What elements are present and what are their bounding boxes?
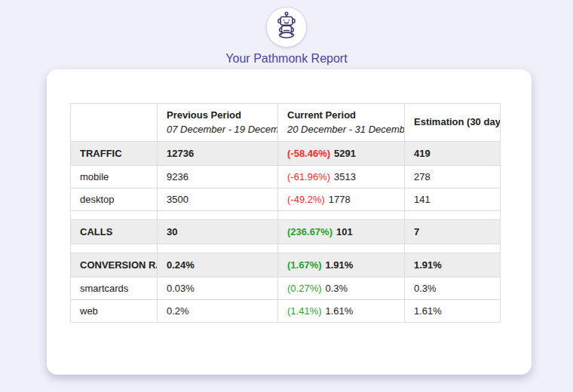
estimation-value: 1.61% (405, 300, 501, 323)
change-percent: (-58.46%) (287, 148, 330, 159)
page-title: Your Pathmonk Report (225, 52, 347, 66)
report-card: Previous Period 07 December - 19 Decembe… (47, 69, 532, 375)
change-percent: (-49.2%) (287, 194, 325, 205)
pathmonk-robot-icon (271, 10, 302, 44)
row-label: smartcards (71, 277, 158, 300)
column-subtitle: 07 December - 19 December (167, 123, 277, 137)
table-row-mobile: mobile 9236 (-61.96%)3513 278 (71, 166, 501, 188)
column-subtitle: 20 December - 31 December (287, 123, 404, 137)
previous-value: 3500 (158, 188, 278, 211)
previous-value: 9236 (158, 166, 278, 188)
table-row-conversion-rate: CONVERSION RATE 0.24% (1.67%)1.91% 1.91% (71, 253, 501, 277)
current-number: 1778 (329, 194, 351, 205)
table-row-smartcards: smartcards 0.03% (0.27%)0.3% 0.3% (71, 277, 501, 300)
previous-value: 0.2% (158, 300, 278, 323)
table-row-desktop: desktop 3500 (-49.2%)1778 141 (71, 188, 501, 211)
current-number: 1.91% (326, 259, 354, 271)
current-number: 5291 (334, 148, 356, 159)
row-label: CALLS (71, 220, 158, 244)
spacer-cell (158, 211, 278, 220)
header-cell-empty (71, 104, 158, 142)
header-cell-estimation: Estimation (30 days) (405, 104, 501, 142)
previous-value: 0.24% (158, 253, 278, 277)
column-title: Estimation (30 days) (414, 115, 500, 130)
change-percent: (0.27%) (287, 283, 322, 294)
current-value: (-61.96%)3513 (278, 166, 405, 188)
table-row-traffic: TRAFFIC 12736 (-58.46%)5291 419 (71, 142, 501, 166)
table-row-calls: CALLS 30 (236.67%)101 7 (71, 220, 501, 244)
spacer-cell (71, 211, 158, 220)
current-value: (-49.2%)1778 (278, 188, 405, 211)
header-cell-previous-period: Previous Period 07 December - 19 Decembe… (158, 104, 278, 142)
previous-value: 12736 (158, 142, 278, 166)
previous-value: 30 (158, 220, 278, 244)
estimation-value: 141 (405, 188, 501, 211)
spacer-cell (278, 211, 405, 220)
spacer-row (71, 244, 501, 253)
change-percent: (1.67%) (287, 259, 322, 271)
table-header-row: Previous Period 07 December - 19 Decembe… (71, 104, 501, 142)
current-value: (236.67%)101 (278, 220, 405, 244)
spacer-cell (71, 244, 158, 253)
row-label: desktop (71, 188, 158, 211)
current-number: 0.3% (326, 283, 348, 294)
change-percent: (1.41%) (287, 305, 322, 317)
current-number: 101 (336, 226, 353, 237)
current-value: (-58.46%)5291 (278, 142, 405, 166)
change-percent: (-61.96%) (287, 171, 330, 182)
row-label: TRAFFIC (71, 142, 158, 166)
current-number: 3513 (334, 171, 356, 182)
pathmonk-logo (266, 7, 307, 47)
header-cell-current-period: Current Period 20 December - 31 December (278, 104, 405, 142)
spacer-row (71, 211, 501, 220)
current-value: (1.67%)1.91% (278, 253, 405, 277)
current-number: 1.61% (326, 305, 354, 317)
spacer-cell (405, 244, 501, 253)
report-header: Your Pathmonk Report Friday, 20 December… (0, 0, 573, 78)
spacer-cell (278, 244, 405, 253)
table-row-web: web 0.2% (1.41%)1.61% 1.61% (71, 300, 501, 323)
row-label: web (71, 300, 158, 323)
spacer-cell (405, 211, 501, 220)
column-title: Previous Period (167, 109, 277, 123)
column-title: Current Period (287, 109, 404, 123)
report-table: Previous Period 07 December - 19 Decembe… (70, 103, 501, 323)
current-value: (0.27%)0.3% (278, 277, 405, 300)
estimation-value: 419 (405, 142, 501, 166)
current-value: (1.41%)1.61% (278, 300, 405, 323)
estimation-value: 0.3% (405, 277, 501, 300)
estimation-value: 1.91% (405, 253, 501, 277)
row-label: mobile (71, 166, 158, 188)
previous-value: 0.03% (158, 277, 278, 300)
spacer-cell (158, 244, 278, 253)
change-percent: (236.67%) (287, 226, 332, 237)
row-label: CONVERSION RATE (71, 253, 158, 277)
estimation-value: 7 (405, 220, 501, 244)
estimation-value: 278 (405, 166, 501, 188)
